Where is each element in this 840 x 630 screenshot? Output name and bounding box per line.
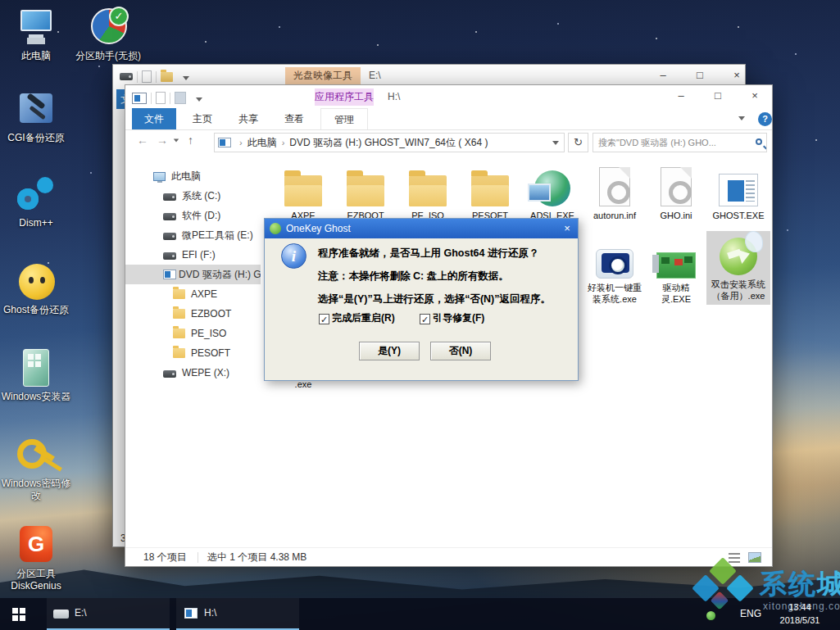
up-icon[interactable]: ↑ [188,134,193,147]
checkbox-checked-icon[interactable]: ✓ [420,314,430,324]
windows-logo-icon [12,608,18,614]
application-tools-tab[interactable]: 应用程序工具 [315,88,374,106]
start-button[interactable] [0,598,39,630]
close-button[interactable]: × [742,85,768,107]
drive-icon [120,73,133,80]
breadcrumb-separator: › [282,138,285,147]
folder-icon [336,162,395,210]
chevron-down-icon[interactable] [196,97,202,102]
install-box-icon [16,347,57,388]
quick-access-toolbar [132,90,202,105]
nav-item-drive-f[interactable]: EFI (F:) [125,245,261,265]
back-icon[interactable]: ← [137,134,148,147]
watermark-text: 系统城 [760,566,840,603]
desktop-icon-ghost-backup[interactable]: Ghost备份还原 [0,261,72,316]
taskbar-item-label: H:\ [204,607,216,619]
help-icon[interactable]: ? [758,112,772,126]
close-button[interactable]: × [724,65,750,86]
history-chevron-icon[interactable] [174,139,179,143]
minimize-button[interactable]: – [668,85,694,107]
no-button[interactable]: 否(N) [430,342,491,360]
forward-icon[interactable]: → [157,134,168,147]
nav-item-folder-axpe[interactable]: AXPE [125,284,261,304]
disc-image-tools-tab[interactable]: 光盘映像工具 [285,67,361,84]
maximize-button[interactable]: □ [705,85,731,107]
nav-item-folder-pe-iso[interactable]: PE_ISO [125,324,261,343]
chevron-down-icon[interactable] [183,76,189,80]
close-icon[interactable]: × [560,221,574,236]
file-item-haozhuangji-exe[interactable]: 好装机一键重装系统.exe [585,234,644,306]
nav-item-dvd-drive-h[interactable]: DVD 驱动器 (H:) G [125,265,261,284]
tab-home[interactable]: 主页 [183,108,222,129]
window-title: H:\ [388,91,400,102]
taskbar-item-e-drive[interactable]: E:\ [47,598,170,630]
checkbox-checked-icon[interactable]: ✓ [319,314,329,324]
search-icon[interactable] [756,138,762,145]
file-item-axpe[interactable]: AXPE [274,162,333,221]
search-input[interactable]: 搜索"DVD 驱动器 (H:) GHO... [593,133,767,152]
monitor-eye-icon [585,234,644,282]
desktop-icon-diskgenius[interactable]: G 分区工具 DiskGenius [0,524,72,592]
desktop-icon-dism[interactable]: Dism++ [0,174,72,229]
nav-item-folder-ezboot[interactable]: EZBOOT [125,304,261,324]
tab-file[interactable]: 文件 [132,108,176,129]
file-item-drive-genius-exe[interactable]: 驱动精灵.EXE [647,234,706,306]
desktop-icon-label: Dism++ [0,217,72,229]
desktop-icon-windows-installer[interactable]: Windows安装器 [0,347,72,403]
folder-icon [274,162,333,210]
dialog-title-bar[interactable]: OneKey Ghost [265,219,578,238]
desktop-icon-partition-assistant[interactable]: 分区助手(无损) [72,7,144,62]
explorer-icon [132,93,147,104]
minimize-button[interactable]: – [650,65,676,86]
search-placeholder: 搜索"DVD 驱动器 (H:) GHO... [598,138,716,147]
dialog-message-line3: 选择“是(Y)”马上进行还原，选择“否(N)”返回程序。 [318,292,551,306]
desktop-icon-cgi-backup[interactable]: CGI备份还原 [0,88,72,144]
tab-share[interactable]: 共享 [229,108,268,129]
computer-icon [16,7,57,48]
refresh-icon[interactable]: ↻ [568,133,588,152]
address-bar[interactable]: ›此电脑›DVD 驱动器 (H:) GHOST_WIN7_64位 ( X64 ) [214,133,565,152]
item-count: 18 个项目 [143,548,187,567]
globe-icon [523,162,582,210]
tab-manage[interactable]: 管理 [320,108,368,129]
file-icon [142,70,152,83]
nav-item-folder-pesoft[interactable]: PESOFT [125,343,261,363]
pie-disk-icon [88,7,129,48]
file-item-ezboot[interactable]: EZBOOT [336,162,395,221]
file-item-gho-ini[interactable]: GHO.ini [647,162,706,221]
nav-item-drive-c[interactable]: 系统 (C:) [125,186,261,206]
nav-item-drive-d[interactable]: 软件 (D:) [125,206,261,225]
desktop-icon-this-pc[interactable]: 此电脑 [0,7,72,62]
ribbon-collapse-chevron-icon[interactable] [738,116,745,120]
nav-item-drive-e[interactable]: 微PE工具箱 (E:) [125,225,261,245]
address-bar-row: ← → ↑ ›此电脑›DVD 驱动器 (H:) GHOST_WIN7_64位 (… [125,130,772,156]
file-item-pe-iso[interactable]: PE_ISO [398,162,457,221]
status-bar: 18 个项目 选中 1 个项目 4.38 MB [125,547,772,567]
ribbon-tab-strip: 文件 主页 共享 查看 管理 ? [125,108,772,130]
breadcrumb-root[interactable]: 此电脑 [247,137,277,148]
address-dropdown-chevron-icon[interactable] [552,141,559,145]
dialog-message-line2: 注意：本操作将删除 C: 盘上的所有数据。 [318,270,509,283]
taskbar-item-h-drive[interactable]: H:\ [176,598,299,630]
file-item-adsl-exe[interactable]: ADSL.EXE [523,162,582,221]
nav-item-drive-x[interactable]: WEPE (X:) [125,363,261,383]
quick-access-toolbar [120,69,189,84]
file-item-ghost-exe[interactable]: GHOST.EXE [709,162,768,221]
yes-button[interactable]: 是(Y) [359,342,420,360]
breadcrumb-path[interactable]: DVD 驱动器 (H:) GHOST_WIN7_64位 ( X64 ) [289,137,488,148]
maximize-button[interactable]: □ [687,65,713,86]
nav-item-this-pc[interactable]: 此电脑 [125,166,261,186]
desktop-icon-password-reset[interactable]: Windows密码修改 [0,434,72,502]
tab-view[interactable]: 查看 [275,108,314,129]
dvd-drive-icon [218,138,231,147]
desktop-icon-label: 分区助手(无损) [72,50,144,62]
info-icon: i [281,243,306,269]
dialog-message-line1: 程序准备就绪，是否马上用 Ghost64 进行还原？ [318,247,538,261]
file-item-install-system-exe-selected[interactable]: 双击安装系统（备用）.exe [706,231,770,305]
file-item-pesoft[interactable]: PESOFT [461,162,520,221]
gear-file-icon [585,162,644,210]
boot-repair-checkbox[interactable]: ✓引导修复(F) [420,311,484,325]
reboot-after-finish-checkbox[interactable]: ✓完成后重启(R) [319,311,395,325]
file-item-autorun-inf[interactable]: autorun.inf [585,162,644,221]
title-bar: 应用程序工具 H:\ – □ × [125,85,772,108]
